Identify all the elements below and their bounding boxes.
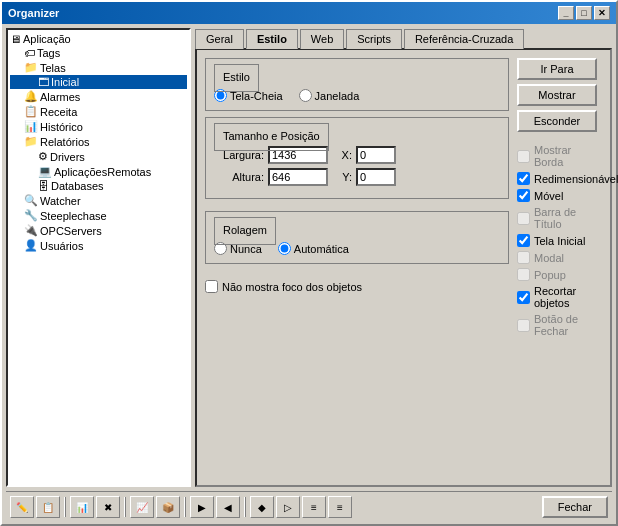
altura-row: Altura: Y: xyxy=(214,168,500,186)
tree-item-drivers[interactable]: ⚙Drivers xyxy=(10,149,187,164)
watcher-label: Watcher xyxy=(40,195,81,207)
drivers-icon: ⚙ xyxy=(38,150,48,163)
toolbar-menu2-button[interactable]: ≡ xyxy=(328,496,352,518)
tree-item-opcservers[interactable]: 🔌OPCServers xyxy=(10,223,187,238)
checkbox-label-4: Tela Inicial xyxy=(534,235,585,247)
tree-item-telas[interactable]: 📁Telas xyxy=(10,60,187,75)
minimize-button[interactable]: _ xyxy=(558,6,574,20)
checkbox-1[interactable] xyxy=(517,172,530,185)
window-body: 🖥Aplicação🏷Tags📁Telas🗔Inicial🔔Alarmes📋Re… xyxy=(2,24,616,524)
janelada-radio[interactable] xyxy=(299,89,312,102)
tree-item-aplicacao[interactable]: 🖥Aplicação xyxy=(10,32,187,46)
tree-item-databases[interactable]: 🗄Databases xyxy=(10,179,187,193)
tamanho-legend: Tamanho e Posição xyxy=(214,123,329,151)
historico-icon: 📊 xyxy=(24,120,38,133)
foco-checkbox[interactable] xyxy=(205,280,218,293)
esconder-button[interactable]: Esconder xyxy=(517,110,597,132)
opcservers-icon: 🔌 xyxy=(24,224,38,237)
inicial-label: Inicial xyxy=(51,76,79,88)
checkbox-7[interactable] xyxy=(517,291,530,304)
toolbar-diamond-button[interactable]: ◆ xyxy=(250,496,274,518)
watcher-icon: 🔍 xyxy=(24,194,38,207)
janelada-option[interactable]: Janelada xyxy=(299,89,360,102)
checkbox-option-1[interactable]: Redimensionável xyxy=(517,172,602,185)
tree-item-steeplechase[interactable]: 🔧Steeplechase xyxy=(10,208,187,223)
checkbox-3 xyxy=(517,212,530,225)
tab-bar: GeralEstiloWebScriptsReferência-Cruzada xyxy=(195,28,612,48)
checkbox-2[interactable] xyxy=(517,189,530,202)
aplicacao-label: Aplicação xyxy=(23,33,71,45)
tree-item-usuarios[interactable]: 👤Usuários xyxy=(10,238,187,253)
window-title: Organizer xyxy=(8,7,59,19)
alarmes-icon: 🔔 xyxy=(24,90,38,103)
toolbar-table-button[interactable]: 📊 xyxy=(70,496,94,518)
checkbox-4[interactable] xyxy=(517,234,530,247)
tab-geral[interactable]: Geral xyxy=(195,29,244,49)
toolbar-delete-button[interactable]: ✖ xyxy=(96,496,120,518)
window-controls: _ □ ✕ xyxy=(558,6,610,20)
title-bar: Organizer _ □ ✕ xyxy=(2,2,616,24)
right-panel: GeralEstiloWebScriptsReferência-Cruzada … xyxy=(195,28,612,487)
databases-label: Databases xyxy=(51,180,104,192)
toolbar-next-button[interactable]: ▷ xyxy=(276,496,300,518)
checkbox-label-5: Modal xyxy=(534,252,564,264)
tab-estilo[interactable]: Estilo xyxy=(246,29,298,49)
altura-input[interactable] xyxy=(268,168,328,186)
main-window: Organizer _ □ ✕ 🖥Aplicação🏷Tags📁Telas🗔In… xyxy=(0,0,618,526)
y-input[interactable] xyxy=(356,168,396,186)
checkbox-option-3: Barra de Título xyxy=(517,206,602,230)
x-input[interactable] xyxy=(356,146,396,164)
checkbox-option-4[interactable]: Tela Inicial xyxy=(517,234,602,247)
toolbar-back-button[interactable]: ◀ xyxy=(216,496,240,518)
tree-item-watcher[interactable]: 🔍Watcher xyxy=(10,193,187,208)
toolbar-chart-button[interactable]: 📈 xyxy=(130,496,154,518)
relatorios-label: Relatórios xyxy=(40,136,90,148)
toolbar-package-button[interactable]: 📦 xyxy=(156,496,180,518)
toolbar-sep-6 xyxy=(184,497,186,517)
historico-label: Histórico xyxy=(40,121,83,133)
receita-label: Receita xyxy=(40,106,77,118)
tree-item-inicial[interactable]: 🗔Inicial xyxy=(10,75,187,89)
checkbox-label-6: Popup xyxy=(534,269,566,281)
mostrar-button[interactable]: Mostrar xyxy=(517,84,597,106)
right-column: Ir Para Mostrar Esconder Mostrar BordaRe… xyxy=(517,58,602,477)
main-area: 🖥Aplicação🏷Tags📁Telas🗔Inicial🔔Alarmes📋Re… xyxy=(6,28,612,487)
steeplechase-label: Steeplechase xyxy=(40,210,107,222)
checkbox-option-5: Modal xyxy=(517,251,602,264)
tab-referencia[interactable]: Referência-Cruzada xyxy=(404,29,524,49)
bottom-bar: ✏️📋📊✖📈📦▶◀◆▷≡≡ Fechar xyxy=(6,491,612,520)
automatica-option[interactable]: Automática xyxy=(278,242,349,255)
tree-item-aplicacoes[interactable]: 💻AplicaçõesRemotas xyxy=(10,164,187,179)
y-label: Y: xyxy=(332,171,352,183)
tree-item-historico[interactable]: 📊Histórico xyxy=(10,119,187,134)
checkbox-option-7[interactable]: Recortar objetos xyxy=(517,285,602,309)
automatica-radio[interactable] xyxy=(278,242,291,255)
relatorios-icon: 📁 xyxy=(24,135,38,148)
fechar-button[interactable]: Fechar xyxy=(542,496,608,518)
tree-item-alarmes[interactable]: 🔔Alarmes xyxy=(10,89,187,104)
toolbar-play-button[interactable]: ▶ xyxy=(190,496,214,518)
tree-item-tags[interactable]: 🏷Tags xyxy=(10,46,187,60)
inicial-icon: 🗔 xyxy=(38,76,49,88)
ir-para-button[interactable]: Ir Para xyxy=(517,58,597,80)
checkbox-label-7: Recortar objetos xyxy=(534,285,602,309)
checkbox-option-6: Popup xyxy=(517,268,602,281)
alarmes-label: Alarmes xyxy=(40,91,80,103)
toolbar-edit-button[interactable]: ✏️ xyxy=(10,496,34,518)
foco-checkbox-row: Não mostra foco dos objetos xyxy=(205,280,509,293)
janelada-label: Janelada xyxy=(315,90,360,102)
steeplechase-icon: 🔧 xyxy=(24,209,38,222)
tree-item-relatorios[interactable]: 📁Relatórios xyxy=(10,134,187,149)
toolbar-menu1-button[interactable]: ≡ xyxy=(302,496,326,518)
tab-web[interactable]: Web xyxy=(300,29,344,49)
usuarios-icon: 👤 xyxy=(24,239,38,252)
close-button[interactable]: ✕ xyxy=(594,6,610,20)
maximize-button[interactable]: □ xyxy=(576,6,592,20)
tab-scripts[interactable]: Scripts xyxy=(346,29,402,49)
tree-item-receita[interactable]: 📋Receita xyxy=(10,104,187,119)
foco-label: Não mostra foco dos objetos xyxy=(222,281,362,293)
toolbar-clipboard-button[interactable]: 📋 xyxy=(36,496,60,518)
telas-label: Telas xyxy=(40,62,66,74)
tree-panel: 🖥Aplicação🏷Tags📁Telas🗔Inicial🔔Alarmes📋Re… xyxy=(6,28,191,487)
checkbox-option-2[interactable]: Móvel xyxy=(517,189,602,202)
